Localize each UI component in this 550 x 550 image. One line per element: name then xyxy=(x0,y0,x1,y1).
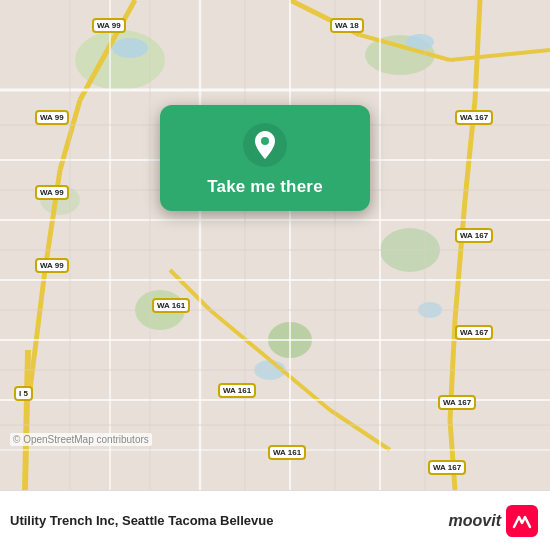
badge-wa167-mid: WA 167 xyxy=(455,228,493,243)
badge-i5: I 5 xyxy=(14,386,33,401)
svg-line-23 xyxy=(25,350,28,490)
location-pin-icon xyxy=(243,123,287,167)
badge-wa167-bot: WA 167 xyxy=(455,325,493,340)
badge-wa161-bot2: WA 161 xyxy=(268,445,306,460)
badge-wa99-top: WA 99 xyxy=(92,18,126,33)
svg-point-51 xyxy=(261,137,269,145)
badge-wa18: WA 18 xyxy=(330,18,364,33)
badge-wa99-mid2: WA 99 xyxy=(35,185,69,200)
badge-wa161-mid: WA 161 xyxy=(152,298,190,313)
map-container: WA 99 WA 18 WA 99 WA 99 WA 167 WA 167 WA… xyxy=(0,0,550,490)
map-svg xyxy=(0,0,550,490)
badge-wa99-mid1: WA 99 xyxy=(35,110,69,125)
badge-wa167-top: WA 167 xyxy=(455,110,493,125)
popup-card[interactable]: Take me there xyxy=(160,105,370,211)
moovit-text: moovit xyxy=(449,512,501,530)
popup-label: Take me there xyxy=(207,177,323,197)
copyright-text: © OpenStreetMap contributors xyxy=(10,433,152,446)
bottom-info: Utility Trench Inc, Seattle Tacoma Belle… xyxy=(10,513,273,528)
moovit-logo: moovit xyxy=(449,505,538,537)
svg-point-7 xyxy=(112,38,148,58)
badge-wa167-vbot: WA 167 xyxy=(428,460,466,475)
badge-wa99-bot: WA 99 xyxy=(35,258,69,273)
badge-wa167-bot2: WA 167 xyxy=(438,395,476,410)
moovit-icon xyxy=(506,505,538,537)
place-title: Utility Trench Inc, Seattle Tacoma Belle… xyxy=(10,513,273,528)
badge-wa161-bot: WA 161 xyxy=(218,383,256,398)
bottom-bar: Utility Trench Inc, Seattle Tacoma Belle… xyxy=(0,490,550,550)
